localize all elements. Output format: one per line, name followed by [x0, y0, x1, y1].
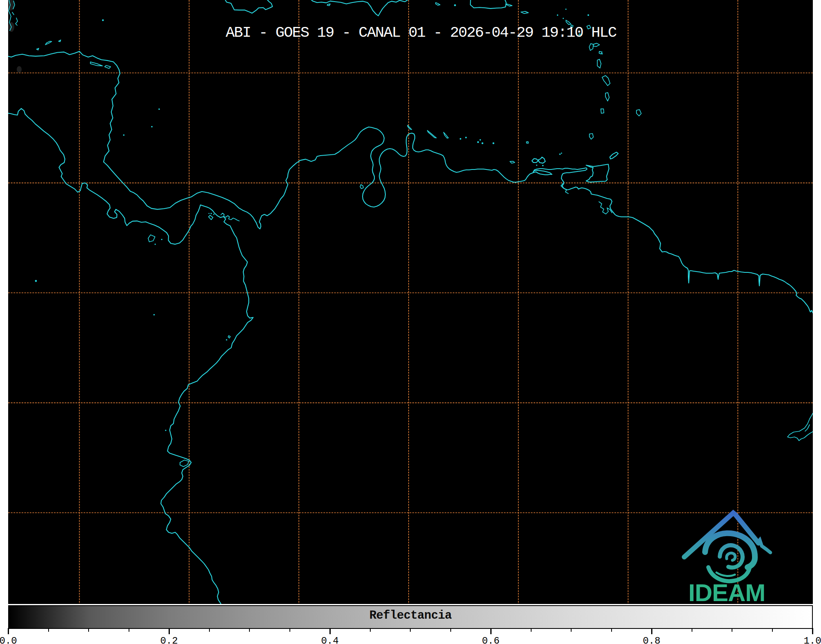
- svg-text:IDEAM: IDEAM: [688, 579, 765, 606]
